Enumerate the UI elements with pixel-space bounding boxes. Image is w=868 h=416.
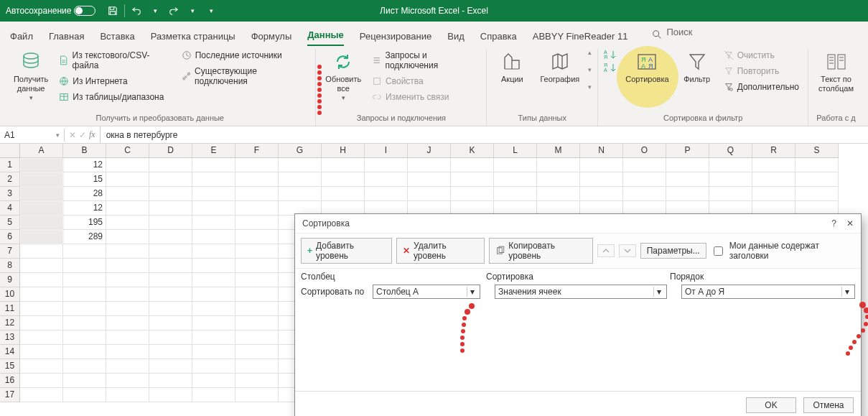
autosave-toggle[interactable]: Автосохранение <box>6 6 95 16</box>
scroll-up-icon[interactable]: ▴ <box>588 49 592 56</box>
existing-conn-button[interactable]: Существующие подключения <box>179 65 310 88</box>
toggle-off-icon[interactable] <box>74 6 95 16</box>
column-header[interactable]: O <box>623 144 666 158</box>
cell[interactable] <box>149 302 192 316</box>
cell[interactable] <box>235 331 279 345</box>
cell[interactable] <box>235 216 279 230</box>
cell[interactable] <box>192 244 235 259</box>
copy-level-button[interactable]: Копировать уровень <box>489 238 593 264</box>
cell[interactable] <box>20 244 63 259</box>
cell[interactable] <box>235 201 279 216</box>
cell[interactable] <box>279 187 322 201</box>
column-header[interactable]: I <box>365 144 408 158</box>
cell[interactable] <box>235 172 279 187</box>
cell[interactable] <box>63 388 106 402</box>
ok-button[interactable]: OK <box>746 397 796 413</box>
cell[interactable] <box>235 374 279 388</box>
cell[interactable] <box>537 158 580 172</box>
cell[interactable]: 12 <box>63 158 106 172</box>
get-data-button[interactable]: Получить данные ▾ <box>10 49 52 103</box>
cell[interactable] <box>63 244 106 259</box>
row-header[interactable]: 16 <box>0 374 20 388</box>
cell[interactable] <box>192 345 235 359</box>
cell[interactable]: 15 <box>63 172 106 187</box>
cell[interactable]: 195 <box>63 216 106 230</box>
chevron-down-icon[interactable]: ▾ <box>467 287 477 297</box>
cell[interactable] <box>494 187 537 201</box>
cell[interactable] <box>279 172 322 187</box>
cell[interactable] <box>322 187 365 201</box>
cell[interactable] <box>451 158 494 172</box>
cell[interactable] <box>106 158 149 172</box>
gallery-expand-icon[interactable]: ▾ <box>588 83 592 91</box>
cell[interactable] <box>20 345 63 359</box>
cell[interactable] <box>63 273 106 287</box>
cell[interactable] <box>192 388 235 402</box>
column-header[interactable]: B <box>63 144 106 158</box>
cell[interactable] <box>106 244 149 259</box>
column-header[interactable]: K <box>451 144 494 158</box>
cell[interactable] <box>365 187 408 201</box>
cell[interactable] <box>666 158 709 172</box>
row-header[interactable]: 12 <box>0 316 20 331</box>
sort-on-combo[interactable]: Значения ячеек ▾ <box>495 285 667 299</box>
cell[interactable] <box>235 187 279 201</box>
cell[interactable] <box>451 187 494 201</box>
cell[interactable] <box>192 216 235 230</box>
cell[interactable] <box>580 158 623 172</box>
cell[interactable] <box>149 388 192 402</box>
cell[interactable] <box>20 374 63 388</box>
cell[interactable] <box>149 316 192 331</box>
cell[interactable] <box>63 331 106 345</box>
column-header[interactable]: L <box>494 144 537 158</box>
cell[interactable] <box>494 172 537 187</box>
cell[interactable] <box>63 359 106 374</box>
cell[interactable] <box>192 287 235 302</box>
cell[interactable] <box>149 244 192 259</box>
row-header[interactable]: 17 <box>0 388 20 402</box>
cell[interactable] <box>63 259 106 273</box>
cell[interactable] <box>63 302 106 316</box>
cell[interactable] <box>537 172 580 187</box>
close-icon[interactable]: ✕ <box>846 218 854 228</box>
cell[interactable] <box>322 172 365 187</box>
row-header[interactable]: 11 <box>0 302 20 316</box>
options-button[interactable]: Параметры... <box>640 243 706 259</box>
cell[interactable] <box>752 172 795 187</box>
save-icon[interactable] <box>106 4 120 18</box>
cell[interactable] <box>106 216 149 230</box>
row-header[interactable]: 14 <box>0 345 20 359</box>
headers-checkbox[interactable]: Мои данные содержат заголовки <box>711 241 855 261</box>
search-box[interactable]: Поиск <box>652 27 692 46</box>
row-header[interactable]: 1 <box>0 158 20 172</box>
scroll-down-icon[interactable]: ▾ <box>588 66 592 73</box>
tab-help[interactable]: Справка <box>480 31 517 46</box>
cell[interactable] <box>235 244 279 259</box>
cell[interactable] <box>666 172 709 187</box>
from-web-button[interactable]: Из Интернета <box>56 75 174 88</box>
cell[interactable] <box>149 259 192 273</box>
row-header[interactable]: 8 <box>0 259 20 273</box>
tab-abbyy[interactable]: ABBYY FineReader 11 <box>533 31 628 46</box>
row-header[interactable]: 2 <box>0 172 20 187</box>
cell[interactable] <box>235 388 279 402</box>
cell[interactable] <box>106 302 149 316</box>
column-header[interactable]: N <box>580 144 623 158</box>
row-header[interactable]: 15 <box>0 359 20 374</box>
column-header[interactable]: D <box>149 144 192 158</box>
cell[interactable] <box>494 158 537 172</box>
row-header[interactable]: 4 <box>0 201 20 216</box>
cell[interactable] <box>149 216 192 230</box>
cell[interactable] <box>279 158 322 172</box>
cell[interactable] <box>20 287 63 302</box>
column-header[interactable]: Q <box>709 144 752 158</box>
chevron-down-icon[interactable]: ▾ <box>841 287 851 297</box>
refresh-all-button[interactable]: Обновить все ▾ <box>322 49 365 103</box>
cell[interactable] <box>192 273 235 287</box>
column-header[interactable]: R <box>752 144 795 158</box>
cell[interactable] <box>106 287 149 302</box>
recent-sources-button[interactable]: Последние источники <box>179 49 310 62</box>
cancel-icon[interactable]: ✕ <box>69 130 76 140</box>
tab-review[interactable]: Рецензирование <box>360 31 431 46</box>
cell[interactable] <box>20 201 63 216</box>
